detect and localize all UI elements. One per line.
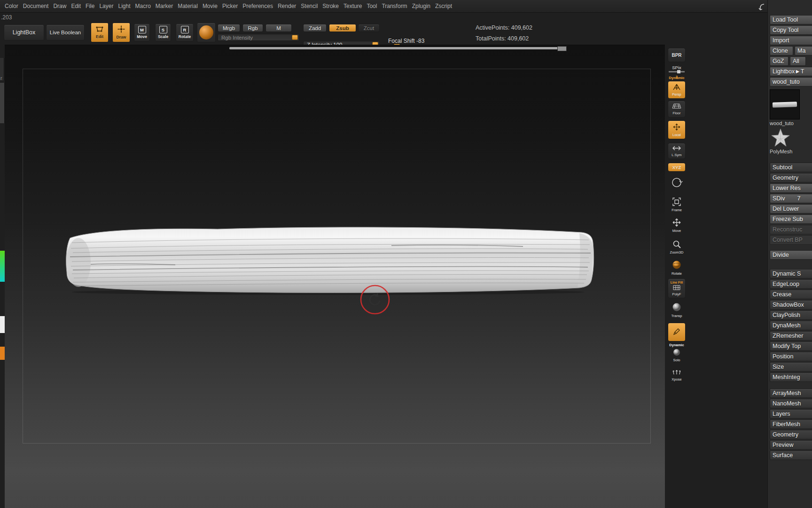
del-lower-button[interactable]: Del Lower	[770, 204, 812, 214]
bpr-button[interactable]: BPR	[668, 48, 686, 62]
polymesh-star-thumbnail[interactable]	[770, 128, 812, 148]
section-modify-topology[interactable]: Modify Top	[770, 341, 812, 351]
zcut-button[interactable]: Zcut	[358, 24, 380, 32]
local-button[interactable]: Local	[668, 120, 686, 139]
make-polymesh-button[interactable]: Ma	[795, 46, 812, 56]
subpalette-subtool[interactable]: Subtool	[770, 163, 812, 172]
menu-item-document[interactable]: Document	[23, 3, 49, 9]
rotate-canvas-button[interactable]: Rotate	[668, 259, 686, 277]
subpalette-layers[interactable]: Layers	[770, 409, 812, 419]
subpalette-fibermesh[interactable]: FiberMesh	[770, 420, 812, 429]
menu-item-picker[interactable]: Picker	[222, 3, 238, 9]
draw-button[interactable]: Draw	[112, 23, 130, 42]
clone-button[interactable]: Clone	[770, 46, 793, 56]
current-tool-thumbnail[interactable]	[770, 89, 800, 119]
menu-item-zplugin[interactable]: Zplugin	[412, 3, 430, 9]
live-boolean-button[interactable]: Live Boolean	[46, 24, 85, 40]
scale-button[interactable]: S Scale	[155, 24, 171, 41]
orbit-button[interactable]	[668, 175, 686, 191]
section-claypolish[interactable]: ClayPolish	[770, 310, 812, 320]
mrgb-button[interactable]: Mrgb	[218, 24, 240, 32]
sdiv-slider[interactable]: SDiv 7	[770, 194, 812, 203]
color-gradient-swatch[interactable]	[0, 251, 5, 282]
section-crease[interactable]: Crease	[770, 290, 812, 299]
load-tool-button[interactable]: Load Tool	[770, 15, 812, 24]
horizontal-scrollbar[interactable]	[229, 47, 563, 49]
subpalette-arraymesh[interactable]: ArrayMesh	[770, 389, 812, 398]
menu-item-material[interactable]: Material	[178, 3, 198, 9]
section-dynamesh[interactable]: DynaMesh	[770, 321, 812, 330]
section-size[interactable]: Size	[770, 362, 812, 372]
subpalette-geometry-hd[interactable]: Geometry	[770, 430, 812, 439]
menu-item-transform[interactable]: Transform	[382, 3, 407, 9]
lower-res-button[interactable]: Lower Res	[770, 183, 812, 193]
document-canvas[interactable]	[5, 45, 665, 508]
reconstruct-subdiv-button: Reconstruc	[770, 225, 812, 234]
move-button[interactable]: M Move	[134, 24, 150, 41]
solo-button[interactable]: Solo	[668, 348, 686, 362]
section-shadowbox[interactable]: ShadowBox	[770, 300, 812, 310]
polyframe-button[interactable]: Line Fill PolyF	[668, 278, 686, 298]
menu-item-texture[interactable]: Texture	[344, 3, 362, 9]
menu-item-edit[interactable]: Edit	[71, 3, 81, 9]
lsym-button[interactable]: L.Sym	[668, 143, 686, 159]
rgb-button[interactable]: Rgb	[242, 24, 263, 32]
goz-all-button[interactable]: All	[790, 56, 806, 66]
menu-item-render[interactable]: Render	[278, 3, 296, 9]
menu-item-tool[interactable]: Tool	[367, 3, 377, 9]
frame-button[interactable]: Frame	[668, 196, 686, 214]
spix-handle[interactable]	[677, 70, 680, 73]
lightbox-tool-button[interactable]: Lightbox►T	[770, 67, 812, 76]
menu-item-draw[interactable]: Draw	[53, 3, 66, 9]
palette-hook-icon[interactable]	[758, 3, 766, 13]
menu-item-stroke[interactable]: Stroke	[322, 3, 339, 9]
menu-item-marker[interactable]: Marker	[156, 3, 173, 9]
white-color-swatch[interactable]	[0, 316, 5, 333]
copy-tool-button[interactable]: Copy Tool	[770, 25, 812, 35]
menu-item-macro[interactable]: Macro	[135, 3, 151, 9]
menu-item-stencil[interactable]: Stencil	[301, 3, 318, 9]
section-dynamic-subdiv[interactable]: Dynamic S	[770, 269, 812, 278]
spix-slider[interactable]: SPix	[668, 64, 686, 73]
zsub-button[interactable]: Zsub	[329, 24, 356, 32]
lightbox-button[interactable]: LightBox	[4, 24, 44, 40]
xpose-button[interactable]: Xpose	[668, 366, 686, 384]
section-zremesher[interactable]: ZRemesher	[770, 331, 812, 341]
freeze-subdivision-button[interactable]: Freeze Sub	[770, 214, 812, 224]
wood-log-model[interactable]	[62, 223, 598, 298]
transp-button[interactable]: Transp	[668, 301, 686, 319]
subpalette-geometry[interactable]: Geometry	[770, 173, 812, 183]
section-edgeloop[interactable]: EdgeLoop	[770, 279, 812, 289]
goz-button[interactable]: GoZ	[770, 56, 789, 66]
zoom3d-button[interactable]: Zoom3D	[668, 238, 686, 256]
subpalette-surface[interactable]: Surface	[770, 451, 812, 460]
scrollbar-end-box[interactable]	[557, 46, 567, 51]
menu-item-light[interactable]: Light	[118, 3, 130, 9]
move-canvas-button[interactable]: Move	[668, 216, 686, 234]
subpalette-preview[interactable]: Preview	[770, 440, 812, 450]
current-tool-name-button[interactable]: wood_tuto	[770, 77, 812, 87]
rgb-intensity-slider[interactable]: Rgb Intensity	[218, 34, 299, 41]
menu-item-preferences[interactable]: Preferences	[242, 3, 273, 9]
m-button[interactable]: M	[265, 24, 292, 32]
menu-item-file[interactable]: File	[86, 3, 94, 9]
orange-color-swatch[interactable]	[0, 347, 5, 360]
dynamic-mode-button[interactable]	[668, 323, 686, 341]
divide-button[interactable]: Divide	[770, 250, 812, 260]
persp-button[interactable]: Persp	[668, 81, 686, 99]
menu-item-movie[interactable]: Movie	[203, 3, 218, 9]
material-button[interactable]	[197, 23, 216, 42]
rotate-button[interactable]: R Rotate	[176, 24, 194, 41]
section-mesh-integrity[interactable]: MeshInteg	[770, 373, 812, 382]
floor-button[interactable]: Floor	[668, 101, 686, 118]
menu-item-layer[interactable]: Layer	[99, 3, 113, 9]
menu-item-zscript[interactable]: Zscript	[435, 3, 452, 9]
section-position[interactable]: Position	[770, 352, 812, 361]
edit-button[interactable]: Edit	[91, 23, 109, 42]
rgb-intensity-handle[interactable]	[292, 35, 298, 40]
zadd-button[interactable]: Zadd	[303, 24, 327, 32]
xyz-button[interactable]: XYZ	[668, 163, 686, 172]
import-button[interactable]: Import	[770, 36, 812, 45]
menu-item-color[interactable]: Color	[5, 3, 18, 9]
subpalette-nanomesh[interactable]: NanoMesh	[770, 399, 812, 408]
